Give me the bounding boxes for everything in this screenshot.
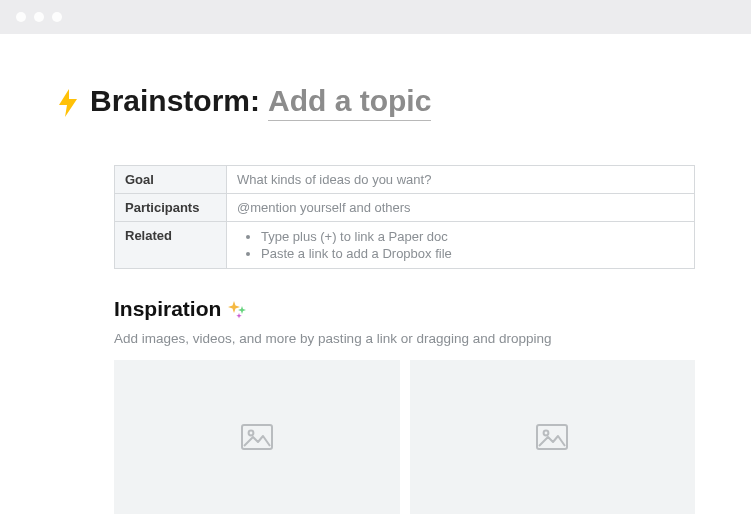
page-content: Brainstorm: Add a topic Goal What kinds …	[0, 34, 751, 514]
window-dot-minimize[interactable]	[34, 12, 44, 22]
related-bullets: Type plus (+) to link a Paper doc Paste …	[237, 228, 684, 262]
list-item: Paste a link to add a Dropbox file	[261, 245, 684, 262]
svg-rect-2	[537, 425, 567, 449]
section-heading-inspiration: Inspiration	[114, 297, 695, 321]
media-drop-zone[interactable]	[410, 360, 696, 514]
meta-table: Goal What kinds of ideas do you want? Pa…	[114, 165, 695, 269]
document-title-row: Brainstorm: Add a topic	[56, 84, 695, 121]
meta-value-goal[interactable]: What kinds of ideas do you want?	[227, 166, 695, 194]
table-row: Goal What kinds of ideas do you want?	[115, 166, 695, 194]
meta-label-related: Related	[115, 222, 227, 269]
meta-value-participants[interactable]: @mention yourself and others	[227, 194, 695, 222]
sparkle-icon	[227, 299, 247, 319]
media-drop-zone[interactable]	[114, 360, 400, 514]
window-chrome	[0, 0, 751, 34]
svg-point-1	[248, 431, 253, 436]
svg-point-3	[544, 431, 549, 436]
lightning-bolt-icon	[56, 89, 80, 117]
table-row: Participants @mention yourself and other…	[115, 194, 695, 222]
svg-rect-0	[242, 425, 272, 449]
meta-label-participants: Participants	[115, 194, 227, 222]
section-sub-inspiration: Add images, videos, and more by pasting …	[114, 331, 695, 346]
section-heading-text: Inspiration	[114, 297, 221, 321]
table-row: Related Type plus (+) to link a Paper do…	[115, 222, 695, 269]
drop-zones	[114, 360, 695, 514]
window-dot-close[interactable]	[16, 12, 26, 22]
list-item: Type plus (+) to link a Paper doc	[261, 228, 684, 245]
meta-label-goal: Goal	[115, 166, 227, 194]
title-topic-input[interactable]: Add a topic	[268, 84, 431, 121]
image-placeholder-icon	[536, 424, 568, 450]
image-placeholder-icon	[241, 424, 273, 450]
title-prefix: Brainstorm:	[90, 84, 260, 118]
window-dot-zoom[interactable]	[52, 12, 62, 22]
meta-value-related[interactable]: Type plus (+) to link a Paper doc Paste …	[227, 222, 695, 269]
meta-table-container: Goal What kinds of ideas do you want? Pa…	[56, 165, 695, 269]
document-title: Brainstorm: Add a topic	[90, 84, 431, 121]
inspiration-section: Inspiration Add images, videos, and more…	[56, 297, 695, 514]
